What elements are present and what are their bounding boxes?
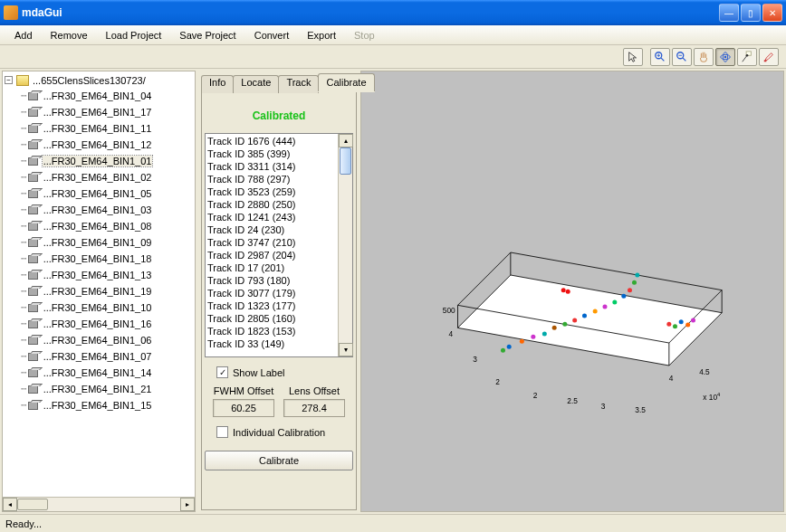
cube-icon <box>28 400 40 410</box>
track-list-item[interactable]: Track ID 3523 (259) <box>207 185 336 198</box>
tree-item[interactable]: ⋯...FR30_EM64_BIN1_16 <box>3 316 195 331</box>
collapse-icon[interactable]: − <box>5 76 13 84</box>
track-list-item[interactable]: Track ID 2987 (204) <box>207 249 336 261</box>
tree-item-label: ...FR30_EM64_BIN1_03 <box>43 204 153 215</box>
scroll-down-icon[interactable]: ▾ <box>339 343 353 356</box>
scroll-thumb[interactable] <box>340 147 351 175</box>
scroll-left-icon[interactable]: ◂ <box>3 498 17 511</box>
tree-item[interactable]: ⋯...FR30_EM64_BIN1_10 <box>3 299 195 315</box>
z-tick: 500 <box>443 306 455 315</box>
svg-text:4: 4 <box>449 329 454 338</box>
tree-item-label: ...FR30_EM64_BIN1_07 <box>43 351 153 362</box>
tree-root[interactable]: − ...655ClensSlices130723/ <box>3 73 195 87</box>
track-list-item[interactable]: Track ID 793 (180) <box>207 274 336 287</box>
scroll-thumb[interactable] <box>17 499 48 510</box>
track-list-item[interactable]: Track ID 1241 (243) <box>207 211 336 223</box>
tree-item[interactable]: ⋯...FR30_EM64_BIN1_08 <box>3 218 195 233</box>
lens-offset-value[interactable]: 278.4 <box>283 399 345 417</box>
tree-item-label: ...FR30_EM64_BIN1_13 <box>43 270 153 280</box>
show-label-checkbox[interactable]: ✓ Show Label <box>209 366 285 378</box>
cube-icon <box>28 107 40 117</box>
zoom-in-tool[interactable] <box>650 48 670 66</box>
maximize-button[interactable]: ▯ <box>741 4 761 22</box>
menu-convert[interactable]: Convert <box>245 28 299 43</box>
pan-tool[interactable] <box>694 48 714 66</box>
track-list-item[interactable]: Track ID 33 (149) <box>207 337 336 350</box>
track-listbox[interactable]: Track ID 1676 (444)Track ID 385 (399)Tra… <box>206 134 338 356</box>
tree-item[interactable]: ⋯...FR30_EM64_BIN1_11 <box>3 120 195 136</box>
close-button[interactable]: ✕ <box>762 4 782 22</box>
track-list-item[interactable]: Track ID 2880 (250) <box>207 198 336 211</box>
scroll-up-icon[interactable]: ▴ <box>339 134 353 147</box>
menu-remove[interactable]: Remove <box>42 28 97 43</box>
track-list-item[interactable]: Track ID 3077 (179) <box>207 287 336 299</box>
track-list-item[interactable]: Track ID 17 (201) <box>207 261 336 274</box>
menu-save-project[interactable]: Save Project <box>170 28 244 43</box>
tree-item-label: ...FR30_EM64_BIN1_14 <box>43 367 153 378</box>
individual-calibration-checkbox[interactable]: Individual Calibration <box>209 426 325 438</box>
tree-item[interactable]: ⋯...FR30_EM64_BIN1_02 <box>3 169 195 185</box>
cube-icon <box>28 188 40 198</box>
pointer-tool[interactable] <box>623 48 643 66</box>
track-list-item[interactable]: Track ID 788 (297) <box>207 173 336 185</box>
tree-item[interactable]: ⋯...FR30_EM64_BIN1_15 <box>3 397 195 413</box>
svg-point-51 <box>566 290 570 294</box>
tree-item[interactable]: ⋯...FR30_EM64_BIN1_14 <box>3 365 195 380</box>
checkbox-icon: ✓ <box>216 366 228 378</box>
tab-calibrate[interactable]: Calibrate <box>318 73 374 91</box>
fwhm-offset-value[interactable]: 60.25 <box>213 399 274 417</box>
menubar: Add Remove Load Project Save Project Con… <box>0 25 786 45</box>
data-cursor-tool[interactable] <box>737 48 757 66</box>
track-list-item[interactable]: Track ID 24 (230) <box>207 223 336 236</box>
tree-item[interactable]: ⋯...FR30_EM64_BIN1_13 <box>3 267 195 282</box>
track-list-item[interactable]: Track ID 1323 (177) <box>207 299 336 312</box>
zoom-out-tool[interactable] <box>672 48 692 66</box>
svg-point-42 <box>628 288 632 292</box>
tree-item[interactable]: ⋯...FR30_EM64_BIN1_01 <box>3 153 195 168</box>
cube-icon <box>28 351 40 361</box>
track-list-item[interactable]: Track ID 1676 (444) <box>207 135 336 147</box>
brush-tool[interactable] <box>759 48 779 66</box>
svg-rect-13 <box>764 60 767 62</box>
plot-3d-axes[interactable]: 500 4 3 2 2 2.5 3 3.5 4 4.5 x 104 <box>360 71 784 512</box>
file-tree[interactable]: − ...655ClensSlices130723/ ⋯...FR30_EM64… <box>2 71 196 512</box>
tree-item[interactable]: ⋯...FR30_EM64_BIN1_04 <box>3 88 195 103</box>
tree-item[interactable]: ⋯...FR30_EM64_BIN1_18 <box>3 251 195 266</box>
svg-point-32 <box>531 335 535 339</box>
rotate-3d-tool[interactable] <box>715 48 735 66</box>
statusbar: Ready... <box>0 514 786 532</box>
tree-item[interactable]: ⋯...FR30_EM64_BIN1_12 <box>3 137 195 152</box>
track-list-item[interactable]: Track ID 1823 (153) <box>207 325 336 337</box>
menu-export[interactable]: Export <box>298 28 345 43</box>
tab-info[interactable]: Info <box>201 75 234 93</box>
tree-item[interactable]: ⋯...FR30_EM64_BIN1_09 <box>3 234 195 250</box>
tab-locate[interactable]: Locate <box>233 75 279 93</box>
titlebar: mdaGui — ▯ ✕ <box>0 0 786 25</box>
tree-item-label: ...FR30_EM64_BIN1_17 <box>43 107 153 118</box>
tree-item[interactable]: ⋯...FR30_EM64_BIN1_17 <box>3 104 195 119</box>
tree-item-label: ...FR30_EM64_BIN1_06 <box>43 335 153 346</box>
track-list-item[interactable]: Track ID 2805 (160) <box>207 312 336 325</box>
tree-item[interactable]: ⋯...FR30_EM64_BIN1_06 <box>3 332 195 347</box>
tree-horizontal-scrollbar[interactable]: ◂ ▸ <box>3 497 195 511</box>
status-text: Ready... <box>5 518 42 529</box>
track-list-item[interactable]: Track ID 3311 (314) <box>207 160 336 173</box>
minimize-button[interactable]: — <box>719 4 739 22</box>
tree-item[interactable]: ⋯...FR30_EM64_BIN1_03 <box>3 202 195 217</box>
tree-item[interactable]: ⋯...FR30_EM64_BIN1_19 <box>3 283 195 299</box>
cube-icon <box>28 286 40 296</box>
calibrate-button[interactable]: Calibrate <box>205 451 353 470</box>
tab-track[interactable]: Track <box>278 75 319 93</box>
tree-item[interactable]: ⋯...FR30_EM64_BIN1_05 <box>3 185 195 201</box>
menu-load-project[interactable]: Load Project <box>97 28 171 43</box>
track-list-scrollbar[interactable]: ▴ ▾ <box>338 134 352 356</box>
track-list-item[interactable]: Track ID 3747 (210) <box>207 236 336 249</box>
tree-item[interactable]: ⋯...FR30_EM64_BIN1_21 <box>3 381 195 396</box>
cube-icon <box>28 302 40 312</box>
tree-item-label: ...FR30_EM64_BIN1_21 <box>43 384 153 394</box>
track-list-item[interactable]: Track ID 385 (399) <box>207 147 336 160</box>
menu-add[interactable]: Add <box>5 28 42 43</box>
svg-line-5 <box>683 57 686 61</box>
scroll-right-icon[interactable]: ▸ <box>180 498 195 511</box>
tree-item[interactable]: ⋯...FR30_EM64_BIN1_07 <box>3 348 195 364</box>
